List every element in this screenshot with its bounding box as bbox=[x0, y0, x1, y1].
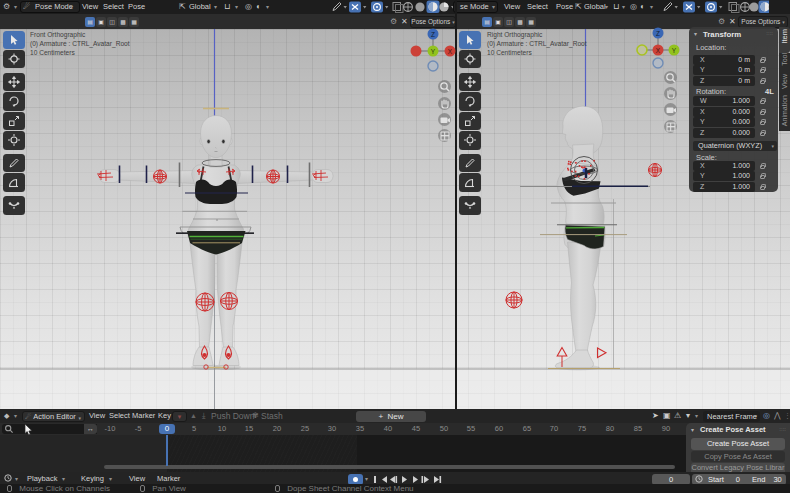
svg-text:X: X bbox=[656, 47, 661, 54]
svg-text:Y: Y bbox=[431, 48, 436, 55]
svg-text:X: X bbox=[448, 48, 453, 55]
svg-text:Z: Z bbox=[656, 30, 660, 37]
svg-text:Y: Y bbox=[672, 47, 677, 54]
svg-text:Z: Z bbox=[431, 31, 435, 38]
